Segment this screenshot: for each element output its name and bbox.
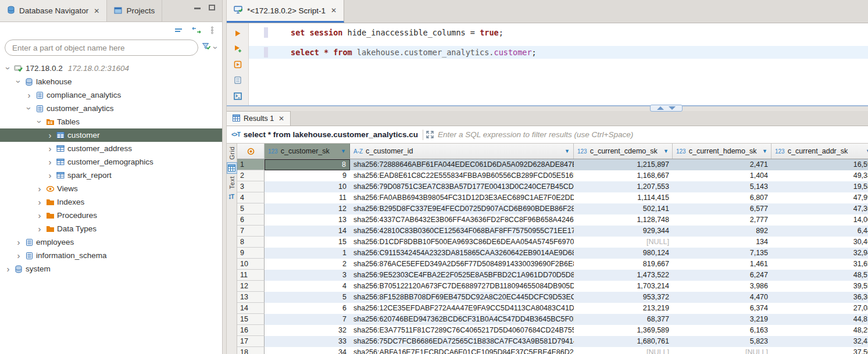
column-filter-arrow-icon[interactable]: ▼ xyxy=(565,148,570,154)
row-number[interactable]: 9 xyxy=(237,248,265,259)
row-number[interactable]: 10 xyxy=(237,259,265,270)
tab-sql-script[interactable]: *<172.18.0.2> Script-1 ✕ xyxy=(227,0,344,23)
tree-item-data-types[interactable]: ›Data Types xyxy=(0,222,222,235)
row-number[interactable]: 6 xyxy=(237,214,265,226)
cell-c_customer_sk[interactable]: 6 xyxy=(265,303,350,314)
tree-item-customer-analytics[interactable]: ›customer_analytics xyxy=(0,102,222,115)
sql-code-area[interactable]: set session hide_inaccessible_columns = … xyxy=(249,23,868,105)
cell-c_current_addr_sk[interactable]: 32,94 xyxy=(771,248,868,259)
collapse-down-icon[interactable] xyxy=(669,106,676,110)
explain-plan-icon[interactable] xyxy=(232,76,244,85)
vertical-splitter[interactable] xyxy=(223,0,227,354)
cell-c_current_cdemo_sk[interactable]: 502,141 xyxy=(574,203,673,214)
cell-c_current_cdemo_sk[interactable]: 1,114,415 xyxy=(574,192,673,203)
cell-c_current_cdemo_sk[interactable]: 819,667 xyxy=(574,259,673,270)
cell-c_current_hdemo_sk[interactable]: 892 xyxy=(673,226,771,237)
row-number[interactable]: 15 xyxy=(237,314,265,325)
cell-c_current_addr_sk[interactable]: 44,81 xyxy=(771,314,868,325)
panel-collapse-control[interactable] xyxy=(650,105,683,112)
row-number[interactable]: 4 xyxy=(237,192,265,203)
cell-c_current_cdemo_sk[interactable]: 1,369,589 xyxy=(574,325,673,336)
cell-c_customer_id[interactable]: sha256:8F1528BB708DF69EB475DC92A8C20EC44… xyxy=(350,292,574,303)
cell-c_customer_sk[interactable]: 4 xyxy=(265,281,350,292)
cell-c_customer_sk[interactable]: 34 xyxy=(265,347,350,354)
tree-item-spark-report[interactable]: ›spark_report xyxy=(0,169,222,182)
close-icon[interactable]: ✕ xyxy=(278,115,284,123)
cell-c_customer_sk[interactable]: 2 xyxy=(265,259,350,270)
filter-funnel-icon[interactable] xyxy=(202,42,211,53)
cell-c_current_addr_sk[interactable]: 48,29 xyxy=(771,325,868,336)
chevron-expanded-icon[interactable]: › xyxy=(14,77,24,87)
column-filter-arrow-icon[interactable]: ▼ xyxy=(866,148,868,154)
expand-query-icon[interactable] xyxy=(426,131,434,138)
chevron-collapsed-icon[interactable]: › xyxy=(35,210,44,220)
cell-c_current_hdemo_sk[interactable]: 3,986 xyxy=(673,281,771,292)
cell-c_customer_id[interactable]: sha256:12CE35EFDABF272A4A47E9FA9CC5D4113… xyxy=(350,303,574,314)
tree-item-procedures[interactable]: ›Procedures xyxy=(0,209,222,222)
column-header-c_current_hdemo_sk[interactable]: 123c_current_hdemo_sk▼ xyxy=(673,144,771,159)
cell-c_current_addr_sk[interactable]: 39,55 xyxy=(771,281,868,292)
cell-c_customer_id[interactable]: sha256:75DC7FCB6686EDA72565C1B838CA7FC43… xyxy=(350,336,574,347)
chevron-down-icon[interactable]: › xyxy=(212,47,221,49)
grid-corner-record-icon[interactable] xyxy=(237,144,265,159)
chevron-collapsed-icon[interactable]: › xyxy=(45,157,55,167)
chevron-collapsed-icon[interactable]: › xyxy=(45,170,55,180)
chevron-collapsed-icon[interactable]: › xyxy=(35,184,44,194)
chevron-collapsed-icon[interactable]: › xyxy=(14,237,23,247)
chevron-collapsed-icon[interactable]: › xyxy=(14,251,23,260)
cell-c_current_hdemo_sk[interactable]: 6,577 xyxy=(673,203,771,214)
row-number[interactable]: 16 xyxy=(237,325,265,336)
cell-c_customer_id[interactable]: sha256:FA0ABB6943B98054FC31D12D3E3AEC689… xyxy=(350,192,574,203)
cell-c_current_hdemo_sk[interactable]: 7,135 xyxy=(673,248,771,259)
horizontal-splitter[interactable] xyxy=(227,105,868,111)
cell-c_current_addr_sk[interactable]: 47,36 xyxy=(771,203,868,214)
cell-c_current_hdemo_sk[interactable]: 6,163 xyxy=(673,325,771,336)
cell-c_current_hdemo_sk[interactable]: 5,143 xyxy=(673,181,771,192)
cell-c_current_cdemo_sk[interactable]: 213,219 xyxy=(574,303,673,314)
cell-c_customer_id[interactable]: sha256:42810C83B0360CE125634F068BAF8FF75… xyxy=(350,226,574,237)
cell-c_current_cdemo_sk[interactable]: 1,128,748 xyxy=(574,214,673,226)
cell-c_customer_id[interactable]: sha256:B705122120A673FC7DE6889727DB11809… xyxy=(350,281,574,292)
text-presentation-icon[interactable]: T xyxy=(227,191,237,203)
tree-item-lakehouse[interactable]: ›lakehouse xyxy=(0,75,222,88)
cell-c_current_hdemo_sk[interactable]: 5,823 xyxy=(673,336,771,347)
column-header-c_current_cdemo_sk[interactable]: 123c_current_cdemo_sk▼ xyxy=(574,144,673,159)
row-number[interactable]: 5 xyxy=(237,203,265,214)
cell-c_current_addr_sk[interactable]: 6,44 xyxy=(771,226,868,237)
object-search-input[interactable] xyxy=(5,40,198,56)
tree-item-system[interactable]: ›system xyxy=(0,262,222,276)
cell-c_customer_sk[interactable]: 9 xyxy=(265,170,350,181)
cell-c_customer_id[interactable]: sha256:D1CDF8DBB10F500EA9693C86DE6DEAA05… xyxy=(350,237,574,248)
row-number[interactable]: 12 xyxy=(237,281,265,292)
cell-c_current_hdemo_sk[interactable]: 1,461 xyxy=(673,259,771,270)
chevron-collapsed-icon[interactable]: › xyxy=(3,264,13,274)
cell-c_current_addr_sk[interactable]: 32,43 xyxy=(771,336,868,347)
chevron-expanded-icon[interactable]: › xyxy=(3,64,13,73)
chevron-collapsed-icon[interactable]: › xyxy=(35,224,44,234)
cell-c_customer_id[interactable]: sha256:9E52303CE4FBA2E2F0525E8A5BFBD2C1A… xyxy=(350,270,574,281)
cell-c_customer_id[interactable]: sha256:C9115342454A2323DA815865CAA326064… xyxy=(350,248,574,259)
cell-c_customer_sk[interactable]: 1 xyxy=(265,248,350,259)
row-number[interactable]: 1 xyxy=(237,159,265,170)
tab-projects[interactable]: Projects xyxy=(107,0,162,22)
cell-c_current_cdemo_sk[interactable]: 1,680,761 xyxy=(574,336,673,347)
row-number[interactable]: 2 xyxy=(237,170,265,181)
column-header-c_current_addr_sk[interactable]: 123c_current_addr_sk▼ xyxy=(771,144,868,159)
tree-item-employees[interactable]: ›employees xyxy=(0,235,222,249)
cell-c_customer_id[interactable]: sha256:EAD8E61C8C22E555834FBBA9B60556CB2… xyxy=(350,170,574,181)
cell-c_current_cdemo_sk[interactable]: 1,215,897 xyxy=(574,159,673,170)
execute-in-new-tab-icon[interactable] xyxy=(232,44,244,53)
cell-c_current_addr_sk[interactable]: 27,08 xyxy=(771,303,868,314)
execute-script-icon[interactable] xyxy=(232,60,244,69)
cell-c_customer_sk[interactable]: 32 xyxy=(265,325,350,336)
cell-c_customer_sk[interactable]: 11 xyxy=(265,192,350,203)
tree-item-172-18-0-2[interactable]: ›172.18.0.2172.18.0.2:31604 xyxy=(0,62,222,75)
cell-c_current_hdemo_sk[interactable]: [NULL] xyxy=(673,347,771,354)
cell-c_customer_sk[interactable]: 7 xyxy=(265,314,350,325)
column-header-c_customer_id[interactable]: A-Zc_customer_id▼ xyxy=(350,144,574,159)
cell-c_current_cdemo_sk[interactable]: 929,344 xyxy=(574,226,673,237)
cell-c_customer_id[interactable]: sha256:72888646ABF61FA044EDEC061D6DA5A09… xyxy=(350,159,574,170)
cell-c_customer_sk[interactable]: 13 xyxy=(265,214,350,226)
column-filter-arrow-icon[interactable]: ▼ xyxy=(663,148,669,154)
column-filter-arrow-icon[interactable]: ▼ xyxy=(341,148,346,154)
